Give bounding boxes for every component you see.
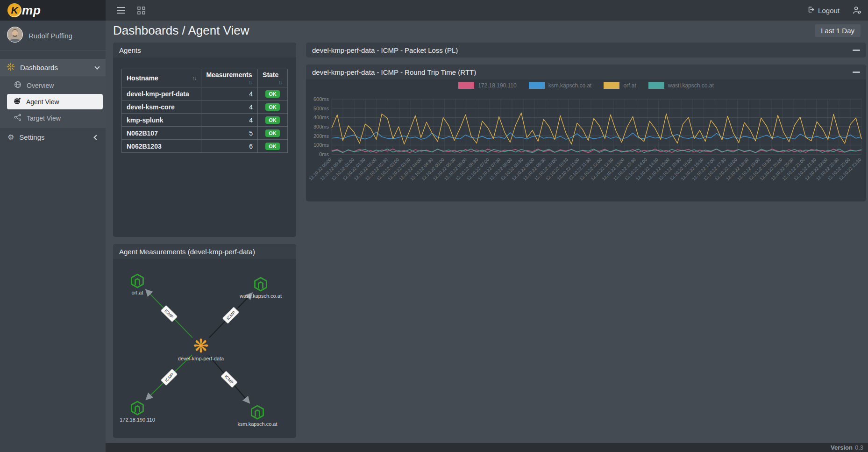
- cell-state: OK: [258, 114, 288, 127]
- brand-k-icon: K: [7, 3, 21, 17]
- status-badge: OK: [265, 143, 280, 150]
- collapse-icon[interactable]: [853, 72, 860, 73]
- brand-text: mp: [22, 3, 41, 18]
- svg-text:200ms: 200ms: [313, 133, 329, 139]
- svg-text:100ms: 100ms: [313, 142, 329, 148]
- center-node-label: devel-kmp-perf-data: [178, 356, 224, 361]
- status-badge: OK: [265, 103, 280, 111]
- measurements-network-graph[interactable]: ICMP ICMP ICMP ICMP orf.at wasti.kapsch.…: [113, 259, 296, 438]
- sidebar-item-label: Overview: [27, 82, 54, 89]
- collapse-icon[interactable]: [853, 50, 860, 51]
- rtt-panel: devel-kmp-perf-data - ICMP - Round Trip …: [306, 65, 866, 201]
- table-header-row: Hostname↑↓Measurements↑↓State↑↓: [122, 69, 288, 87]
- legend-item[interactable]: orf.at: [604, 82, 636, 89]
- page-title: Dashboards / Agent View: [113, 23, 249, 38]
- cell-measurements: 5: [201, 127, 258, 140]
- user-block: Rudolf Puffing: [0, 21, 106, 51]
- cell-hostname: devel-ksm-core: [122, 100, 201, 114]
- table-row[interactable]: N062B107 5 OK: [122, 127, 288, 140]
- sort-icon[interactable]: ↑↓: [192, 75, 196, 81]
- table-row[interactable]: devel-kmp-perf-data 4 OK: [122, 87, 288, 100]
- rtt-line-chart: 12.10.22 00:0012.10.22 00:3012.10.22 01:…: [306, 92, 866, 201]
- globe-icon: [14, 81, 21, 90]
- sidebar-item-target-view[interactable]: Target View: [0, 110, 106, 126]
- column-header-state[interactable]: State↑↓: [258, 69, 288, 87]
- main-column: Logout Dashboards / Agent View Last 1 Da…: [106, 0, 868, 452]
- svg-text:400ms: 400ms: [313, 115, 329, 120]
- footer: Version 0.3: [106, 443, 868, 452]
- logout-label: Logout: [818, 7, 840, 14]
- sidebar-item-settings[interactable]: ⚙ Settings: [0, 128, 106, 146]
- packet-loss-panel-header: devel-kmp-perf-data - ICMP - Packet Loss…: [306, 43, 866, 57]
- sidebar-item-label: Agent View: [26, 98, 59, 106]
- sidebar-item-label: Settings: [19, 133, 44, 141]
- node-label: ksm.kapsch.co.at: [238, 421, 277, 427]
- expand-panels-icon[interactable]: [137, 7, 145, 14]
- agents-panel: Agents Hostname↑↓Measurements↑↓State↑↓ d…: [113, 43, 296, 237]
- sidebar-item-agent-view[interactable]: Agent View: [7, 94, 103, 109]
- cell-measurements: 4: [201, 87, 258, 100]
- table-row[interactable]: N062B1203 6 OK: [122, 140, 288, 153]
- agent-globe-icon: [14, 97, 21, 106]
- sort-icon[interactable]: ↑↓: [249, 79, 253, 85]
- agents-table: Hostname↑↓Measurements↑↓State↑↓ devel-km…: [121, 69, 288, 153]
- svg-text:500ms: 500ms: [313, 106, 329, 111]
- sort-icon[interactable]: ↑↓: [278, 79, 283, 85]
- sidebar-item-label: Target View: [27, 115, 61, 122]
- legend-label: orf.at: [623, 82, 636, 89]
- column-header-measurements[interactable]: Measurements↑↓: [201, 69, 258, 87]
- sidebar: K mp Rudolf Puffing: [0, 0, 106, 452]
- cell-hostname: N062B107: [122, 127, 201, 140]
- time-range-badge[interactable]: Last 1 Day: [815, 24, 861, 37]
- legend-label: wasti.kapsch.co.at: [668, 82, 714, 89]
- target-node-icon: [252, 406, 263, 419]
- node-label: wasti.kapsch.co.at: [239, 293, 282, 299]
- measurements-panel-title: Agent Measurements (devel-kmp-perf-data): [119, 248, 255, 256]
- packet-loss-panel: devel-kmp-perf-data - ICMP - Packet Loss…: [306, 43, 866, 57]
- legend-swatch: [604, 82, 619, 89]
- chart-svg: 12.10.22 00:0012.10.22 00:3012.10.22 01:…: [306, 92, 866, 200]
- target-node-icon: [132, 402, 143, 415]
- agent-measurements-panel: Agent Measurements (devel-kmp-perf-data)…: [113, 244, 296, 438]
- left-column: Agents Hostname↑↓Measurements↑↓State↑↓ d…: [113, 43, 296, 438]
- legend-swatch: [529, 82, 545, 89]
- user-settings-icon[interactable]: [853, 6, 861, 14]
- legend-item[interactable]: wasti.kapsch.co.at: [648, 82, 714, 89]
- status-badge: OK: [265, 90, 280, 98]
- chevron-down-icon: [94, 64, 100, 69]
- svg-text:300ms: 300ms: [313, 124, 329, 129]
- legend-item[interactable]: ksm.kapsch.co.at: [529, 82, 592, 89]
- logout-icon: [807, 6, 815, 15]
- avatar: [7, 27, 23, 44]
- svg-text:0ms: 0ms: [319, 151, 329, 157]
- agents-panel-title: Agents: [119, 46, 141, 54]
- hamburger-menu-icon[interactable]: [117, 7, 125, 14]
- table-row[interactable]: devel-ksm-core 4 OK: [122, 100, 288, 114]
- sidebar-item-overview[interactable]: Overview: [0, 78, 106, 93]
- legend-item[interactable]: 172.18.190.110: [458, 82, 517, 89]
- measurements-panel-header: Agent Measurements (devel-kmp-perf-data): [113, 244, 296, 259]
- chevron-left-icon: [93, 135, 99, 140]
- rtt-panel-title: devel-kmp-perf-data - ICMP - Round Trip …: [312, 68, 476, 76]
- brand-logo: K mp: [0, 0, 106, 21]
- dashboards-spark-icon: [7, 63, 15, 72]
- packet-loss-panel-title: devel-kmp-perf-data - ICMP - Packet Loss…: [312, 46, 458, 54]
- table-row[interactable]: kmp-splunk 4 OK: [122, 114, 288, 127]
- right-column: devel-kmp-perf-data - ICMP - Packet Loss…: [306, 43, 866, 201]
- cell-state: OK: [258, 87, 288, 100]
- cell-state: OK: [258, 140, 288, 153]
- cell-measurements: 4: [201, 114, 258, 127]
- column-header-hostname[interactable]: Hostname↑↓: [122, 69, 201, 87]
- legend-label: ksm.kapsch.co.at: [548, 82, 592, 89]
- topbar: Logout: [106, 0, 868, 21]
- version-label: Version: [831, 444, 853, 451]
- logout-button[interactable]: Logout: [807, 6, 840, 15]
- graph-svg: ICMP ICMP ICMP ICMP orf.at wasti.kapsch.…: [113, 259, 296, 438]
- gear-icon: ⚙: [7, 134, 14, 141]
- sidebar-item-dashboards[interactable]: Dashboards: [0, 59, 106, 76]
- legend-label: 172.18.190.110: [478, 82, 517, 89]
- agent-node-icon: ❋: [193, 336, 209, 356]
- chart-legend: 172.18.190.110 ksm.kapsch.co.at orf.at w…: [306, 79, 866, 92]
- cell-measurements: 6: [201, 140, 258, 153]
- user-name: Rudolf Puffing: [28, 32, 72, 40]
